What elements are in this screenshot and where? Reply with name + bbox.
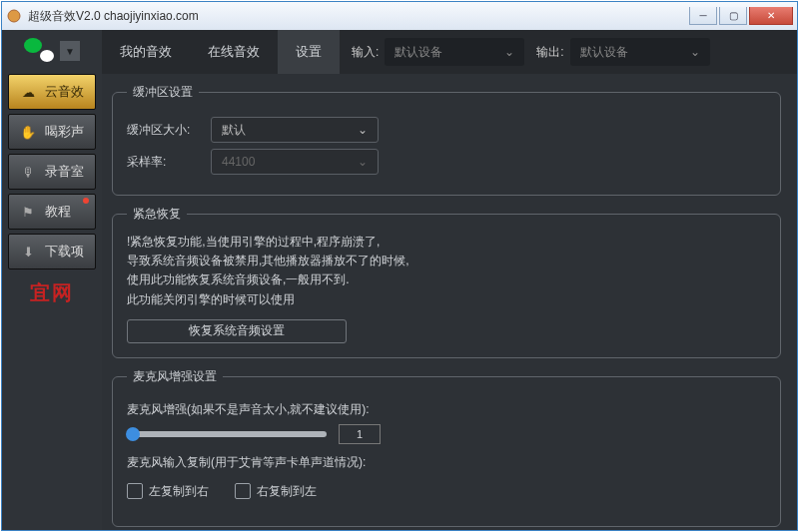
buffer-size-select[interactable]: 默认 ⌄ bbox=[211, 117, 379, 143]
sidebar-item-label: 云音效 bbox=[45, 83, 84, 101]
sidebar-item-label: 教程 bbox=[45, 203, 71, 221]
hands-icon: ✋ bbox=[19, 123, 37, 141]
sidebar-item-label: 喝彩声 bbox=[45, 123, 84, 141]
cloud-icon: ☁ bbox=[19, 83, 37, 101]
sidebar-item-cloud[interactable]: ☁ 云音效 bbox=[8, 74, 96, 110]
sample-rate-label: 采样率: bbox=[127, 154, 199, 171]
mic-gain-value: 1 bbox=[339, 424, 381, 444]
wechat-icon[interactable] bbox=[24, 36, 54, 66]
chevron-down-icon: ⌄ bbox=[690, 45, 700, 59]
minimize-button[interactable]: ─ bbox=[689, 7, 717, 25]
flag-icon: ⚑ bbox=[19, 203, 37, 221]
chevron-down-icon: ⌄ bbox=[504, 45, 514, 59]
recover-legend: 紧急恢复 bbox=[127, 206, 187, 223]
tab-settings[interactable]: 设置 bbox=[278, 30, 340, 74]
mic-group: 麦克风增强设置 麦克风增强(如果不是声音太小,就不建议使用): 1 麦克风输入复… bbox=[112, 368, 781, 527]
mic-gain-label: 麦克风增强(如果不是声音太小,就不建议使用): bbox=[127, 401, 370, 418]
titlebar: 超级音效V2.0 chaojiyinxiao.com ─ ▢ ✕ bbox=[2, 2, 797, 30]
mic-icon: 🎙 bbox=[19, 163, 37, 181]
copy-rl-checkbox[interactable]: 右复制到左 bbox=[235, 483, 317, 500]
input-label: 输入: bbox=[352, 44, 379, 61]
sidebar: ▼ ☁ 云音效 ✋ 喝彩声 🎙 录音室 ⚑ 教程 ⬇ 下载项 bbox=[2, 30, 102, 530]
app-icon bbox=[6, 8, 22, 24]
recover-group: 紧急恢复 !紧急恢复功能,当使用引擎的过程中,程序崩溃了, 导致系统音频设备被禁… bbox=[112, 206, 781, 358]
output-label: 输出: bbox=[536, 44, 563, 61]
output-device-select[interactable]: 默认设备 ⌄ bbox=[570, 38, 710, 66]
input-device-select[interactable]: 默认设备 ⌄ bbox=[385, 38, 524, 66]
buffer-size-label: 缓冲区大小: bbox=[127, 122, 199, 139]
maximize-button[interactable]: ▢ bbox=[719, 7, 747, 25]
mic-gain-slider[interactable] bbox=[127, 431, 327, 437]
tab-bar: 我的音效 在线音效 设置 输入: 默认设备 ⌄ 输出: 默认设备 ⌄ bbox=[102, 30, 797, 74]
mic-legend: 麦克风增强设置 bbox=[127, 368, 223, 385]
chevron-down-icon: ⌄ bbox=[358, 123, 368, 137]
svg-point-0 bbox=[8, 10, 20, 22]
recover-button[interactable]: 恢复系统音频设置 bbox=[127, 319, 347, 343]
sidebar-item-label: 录音室 bbox=[45, 163, 84, 181]
sidebar-item-cheer[interactable]: ✋ 喝彩声 bbox=[8, 114, 96, 150]
notification-dot bbox=[83, 198, 89, 204]
sidebar-item-label: 下载项 bbox=[45, 243, 84, 261]
sidebar-item-tutorial[interactable]: ⚑ 教程 bbox=[8, 194, 96, 230]
buffer-group: 缓冲区设置 缓冲区大小: 默认 ⌄ 采样率: 44100 ⌄ bbox=[112, 84, 781, 196]
sample-rate-select[interactable]: 44100 ⌄ bbox=[211, 149, 379, 175]
mic-copy-label: 麦克风输入复制(用于艾肯等声卡单声道情况): bbox=[127, 454, 366, 471]
close-button[interactable]: ✕ bbox=[749, 7, 793, 25]
settings-content: 缓冲区设置 缓冲区大小: 默认 ⌄ 采样率: 44100 ⌄ bbox=[102, 74, 797, 530]
sidebar-item-record[interactable]: 🎙 录音室 bbox=[8, 154, 96, 190]
tab-my-effects[interactable]: 我的音效 bbox=[102, 30, 190, 74]
tab-online-effects[interactable]: 在线音效 bbox=[190, 30, 278, 74]
chevron-down-icon: ⌄ bbox=[358, 155, 368, 169]
buffer-legend: 缓冲区设置 bbox=[127, 84, 199, 101]
watermark: 宜网 bbox=[30, 279, 74, 306]
window-title: 超级音效V2.0 chaojiyinxiao.com bbox=[28, 8, 689, 25]
wechat-dropdown[interactable]: ▼ bbox=[60, 41, 80, 61]
download-icon: ⬇ bbox=[19, 243, 37, 261]
copy-lr-checkbox[interactable]: 左复制到右 bbox=[127, 483, 209, 500]
sidebar-item-download[interactable]: ⬇ 下载项 bbox=[8, 234, 96, 269]
